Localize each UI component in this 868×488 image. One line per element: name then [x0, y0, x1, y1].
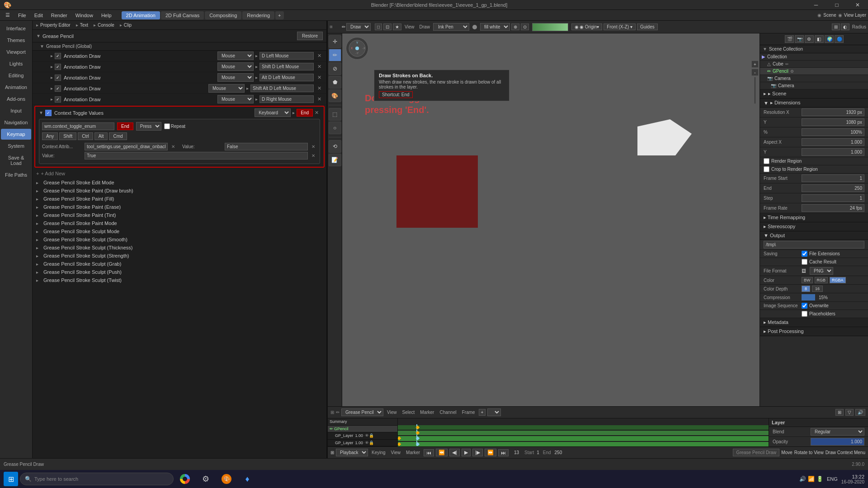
gp-stroke-sculpt-strength[interactable]: ▸ Grease Pencil Stroke Sculpt (Strength)	[33, 252, 326, 260]
value-input[interactable]	[225, 143, 308, 150]
add-new-button[interactable]: + + Add New	[33, 169, 326, 178]
blend-select[interactable]: Regular	[811, 428, 864, 436]
res-pct-value[interactable]: 100%	[802, 128, 864, 136]
file-format-select[interactable]: PNG	[810, 267, 833, 275]
tab-rendering[interactable]: Rendering	[242, 11, 274, 19]
keymap-checkbox[interactable]: ✓	[55, 53, 61, 59]
press-select[interactable]: Press	[136, 122, 161, 131]
time-remapping-section[interactable]: ▸ Time Remapping	[760, 213, 868, 222]
draw-icon-btn2[interactable]: ⊡	[383, 23, 392, 30]
color-btn1[interactable]: ⊕	[511, 23, 519, 30]
start-value[interactable]: 1	[537, 450, 539, 455]
context-toggle-close[interactable]: ✕	[313, 110, 320, 116]
minimize-button[interactable]: ─	[806, 0, 826, 10]
taskbar-search[interactable]: 🔍 Type here to search	[20, 473, 174, 485]
remove-keymap-5[interactable]: ✕	[316, 96, 323, 102]
color-btn2[interactable]: ⊙	[521, 23, 529, 30]
overwrite-checkbox[interactable]	[802, 303, 807, 309]
device-select-1[interactable]: Mouse	[217, 52, 254, 60]
metadata-section[interactable]: ▸ Metadata	[760, 318, 868, 327]
output-section[interactable]: ▼ Output	[760, 231, 868, 240]
prev-key-btn[interactable]: ◀|	[449, 449, 460, 456]
frame-end-value[interactable]: 250	[802, 184, 864, 192]
keying-label[interactable]: Keying	[372, 450, 386, 455]
menu-blender[interactable]: ☰	[2, 11, 14, 19]
zoom-slider[interactable]	[754, 77, 756, 104]
cube-item[interactable]: △ Cube ✏	[760, 61, 868, 68]
fill-select[interactable]: fill white	[480, 23, 510, 31]
tl-speed-select[interactable]: 1	[487, 408, 501, 416]
keymap-checkbox[interactable]: ✓	[55, 64, 61, 70]
gp-stroke-paint-tint[interactable]: ▸ Grease Pencil Stroke Paint (Tint)	[33, 211, 326, 219]
menu-file[interactable]: File	[14, 12, 30, 19]
tab-compositing[interactable]: Compositing	[205, 11, 241, 19]
view-label[interactable]: View	[405, 24, 415, 29]
sidebar-item-animation[interactable]: Animation	[1, 82, 31, 93]
sidebar-item-system[interactable]: System	[1, 141, 31, 151]
gp-stroke-sculpt-mode[interactable]: ▸ Grease Pencil Stroke Sculpt Mode	[33, 227, 326, 235]
sidebar-item-input[interactable]: Input	[1, 105, 31, 116]
context-attr-input[interactable]	[85, 143, 168, 150]
keymap-checkbox[interactable]: ✓	[55, 75, 61, 81]
collection-item[interactable]: ▶ Collection	[760, 53, 868, 61]
keymap-checkbox[interactable]: ✓	[55, 85, 61, 92]
frame-step-value[interactable]: 1	[802, 194, 864, 202]
gp-stroke-paint-mode[interactable]: ▸ Grease Pencil Stroke Paint Mode	[33, 219, 326, 227]
gp-stroke-paint-erase[interactable]: ▸ Grease Pencil Stroke Paint (Erase)	[33, 203, 326, 211]
world-btn[interactable]: 🔵	[835, 35, 844, 43]
camera-item[interactable]: 📷 Camera	[760, 82, 868, 89]
aspect-y-value[interactable]: 1.000	[802, 148, 864, 156]
shift-btn[interactable]: Shift	[59, 132, 76, 140]
tl-select-label[interactable]: Select	[402, 410, 415, 415]
taskbar-app-other[interactable]: ♦	[238, 471, 257, 487]
res-x-value[interactable]: 1920 px	[802, 108, 864, 116]
dimensions-section[interactable]: ▼ ▸ Dimensions	[760, 99, 868, 108]
cache-result-checkbox[interactable]	[802, 259, 807, 265]
tl-filter-btn[interactable]: ⊞	[835, 409, 844, 416]
viewport-canvas[interactable]: Y -Y X -X Draw Strokes on Back. When dra…	[342, 33, 760, 406]
current-frame[interactable]: 13	[514, 450, 519, 455]
next-key-btn[interactable]: |▶	[472, 449, 483, 456]
cmd-btn[interactable]: Cmd	[109, 132, 127, 140]
crop-render-row[interactable]: Crop to Render Region	[760, 165, 868, 174]
pb-marker-label[interactable]: Marker	[406, 450, 420, 455]
cursor-tool[interactable]: ✛	[329, 35, 341, 48]
render-region-row[interactable]: Render Region	[760, 157, 868, 165]
restore-button[interactable]: Restore	[297, 32, 323, 40]
playback-select[interactable]: Playback	[336, 449, 368, 456]
ctrl-btn[interactable]: Ctrl	[78, 132, 93, 140]
tab-2d-full-canvas[interactable]: 2D Full Canvas	[161, 11, 204, 19]
render-icon-btn[interactable]: 📷	[795, 35, 804, 43]
draw-ctx-label[interactable]: Draw Context Menu	[826, 450, 865, 455]
any-btn[interactable]: Any	[42, 132, 58, 140]
taskbar-app-chrome[interactable]	[175, 471, 194, 487]
taskbar-app-settings[interactable]: ⚙	[196, 471, 215, 487]
color-gradient-bar[interactable]	[532, 23, 568, 31]
tab-add-button[interactable]: +	[275, 11, 283, 19]
repeat-checkbox[interactable]	[164, 123, 170, 129]
zoom-in-btn[interactable]: +	[751, 61, 759, 68]
frame-start-value[interactable]: 1	[802, 174, 864, 182]
context-toggle-checkbox[interactable]: ✓	[45, 110, 52, 116]
prev-frame-btn[interactable]: ⏪	[436, 449, 448, 456]
draw-icon-btn3[interactable]: ★	[393, 23, 401, 30]
color-dot[interactable]	[472, 25, 477, 29]
context-attr-close[interactable]: ✕	[170, 144, 177, 149]
gp-stroke-sculpt-twist[interactable]: ▸ Grease Pencil Stroke Sculpt (Twist)	[33, 276, 326, 284]
close-button[interactable]: ✕	[847, 0, 868, 10]
value-true-input[interactable]	[85, 152, 308, 160]
gp-stroke-paint-draw[interactable]: ▸ Grease Pencil Stroke Paint (Draw brush…	[33, 187, 326, 195]
rgba-btn[interactable]: RGBA	[830, 277, 846, 283]
draw-mode-select[interactable]: Draw	[346, 23, 371, 31]
tl-frame-label[interactable]: Frame	[462, 410, 475, 415]
gpencil-item[interactable]: ✏ GPencil ⚙	[760, 68, 868, 75]
bw-btn[interactable]: BW	[802, 277, 813, 283]
output-path-input[interactable]	[764, 241, 864, 249]
sidebar-item-keymap[interactable]: Keymap	[1, 129, 31, 140]
origin-btn[interactable]: ◉ ◉ Origin▾	[571, 23, 602, 30]
rgb-btn[interactable]: RGB	[815, 277, 828, 283]
guides-btn[interactable]: Guides	[637, 23, 658, 30]
value-close[interactable]: ✕	[310, 144, 317, 149]
frame-rate-value[interactable]: 24 fps	[802, 204, 864, 212]
tl-view-label[interactable]: View	[387, 410, 397, 415]
